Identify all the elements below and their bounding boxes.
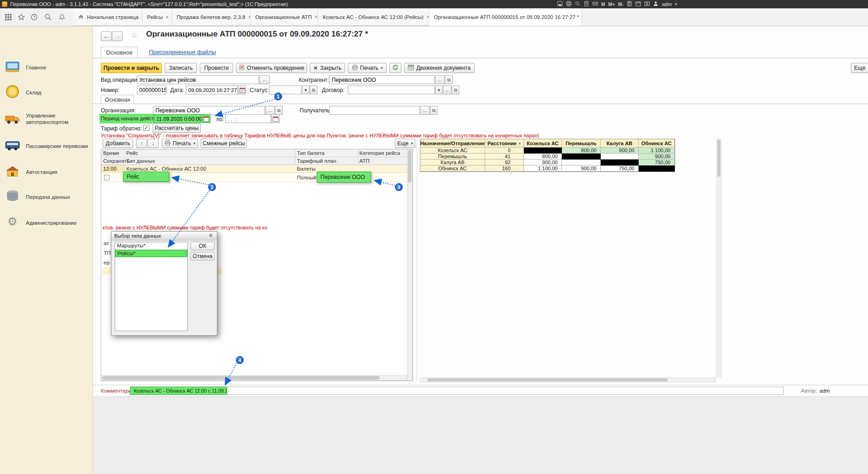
sidebar-item-administrirovanie[interactable]: ⚙ Администрирование: [0, 213, 93, 234]
dialog-title-bar[interactable]: Выбор типа данных ✕: [111, 232, 217, 240]
favorites-star-icon[interactable]: [18, 13, 25, 23]
print-button[interactable]: Печать ▾: [348, 63, 387, 73]
tariff-cell[interactable]: 800,00: [524, 154, 562, 160]
envelope-icon[interactable]: [592, 0, 598, 8]
status-input[interactable]: [269, 86, 302, 94]
operation-input[interactable]: Установка цен рейсов: [137, 75, 259, 84]
date-input[interactable]: 09.09.2020 16:27:27: [186, 86, 238, 94]
post-and-close-button[interactable]: Провести и закрыть: [101, 63, 162, 73]
sidebar-item-glavnoe[interactable]: Главное: [0, 57, 93, 79]
period-calendar-button[interactable]: [202, 114, 210, 123]
sidebar-item-peredacha-dannyh[interactable]: Передача данных: [0, 186, 93, 209]
organization-input[interactable]: Перевозчик ООО: [153, 106, 265, 115]
contract-input[interactable]: [348, 86, 435, 94]
forward-button[interactable]: →: [112, 31, 123, 41]
save-icon[interactable]: [557, 0, 563, 8]
split-view-icon[interactable]: [644, 0, 650, 8]
counterparty-input[interactable]: Перевозчик ООО: [329, 75, 435, 84]
operation-select-button[interactable]: ...: [259, 75, 270, 84]
search-icon[interactable]: [44, 13, 52, 23]
column-header[interactable]: Тарифный план: [297, 158, 336, 164]
tab-kozelsk-obninsk[interactable]: Козельск АС - Обнинск АС 12:00 (Рейсы) ×: [318, 8, 429, 26]
back-button[interactable]: ←: [101, 31, 111, 41]
memory-m-button[interactable]: M: [601, 2, 605, 7]
tariff-cell[interactable]: 900,00: [639, 154, 675, 160]
matrix-row-name[interactable]: Козельск АС: [420, 148, 485, 154]
tariff-cell[interactable]: 750,00: [601, 166, 639, 172]
cell-trip[interactable]: Козельск АС - Обнинск АС 12:00: [126, 166, 206, 172]
comment-highlight[interactable]: Козельск АС - Обнинск АС 12:00 с 11.09.2…: [130, 387, 227, 395]
grid-move-up-button[interactable]: ↑: [136, 139, 147, 148]
list-item-reisy[interactable]: Рейсы*: [115, 250, 187, 257]
tariff-cell-diagonal[interactable]: [639, 166, 675, 172]
matrix-row-name[interactable]: Обнинск АС: [420, 166, 485, 172]
sidebar-item-sklad[interactable]: Склад: [0, 82, 93, 104]
calculator-icon[interactable]: [627, 0, 632, 8]
column-header[interactable]: Рейс: [126, 150, 138, 156]
atp-cell-highlight[interactable]: Перевозчик ООО: [317, 172, 371, 183]
tab-close-icon[interactable]: ×: [314, 14, 318, 20]
dialog-close-icon[interactable]: ✕: [209, 233, 213, 239]
column-header[interactable]: Категория рейса: [359, 150, 400, 156]
tariff-cell-diagonal[interactable]: [601, 160, 639, 166]
scrollbar-thumb[interactable]: [717, 140, 720, 177]
column-header[interactable]: Сохранять: [103, 158, 129, 164]
tariff-cell[interactable]: 1 100,00: [524, 166, 562, 172]
dialog-ok-button[interactable]: ОК: [191, 242, 215, 250]
sidebar-item-upravlenie-avtotransportom[interactable]: Управление автотранспортом: [0, 108, 93, 132]
memory-mplus-button[interactable]: M+: [608, 2, 615, 7]
counterparty-select-button[interactable]: ...: [435, 75, 444, 84]
period-to-calendar-button[interactable]: [271, 114, 280, 123]
status-open-button[interactable]: ⧉: [310, 86, 317, 94]
refresh-button[interactable]: [389, 63, 401, 73]
matrix-distance[interactable]: 0: [485, 148, 524, 154]
user-icon[interactable]: [653, 0, 659, 8]
grid-move-down-button[interactable]: ↓: [148, 139, 159, 148]
print-icon[interactable]: [566, 0, 572, 8]
close-document-button[interactable]: ✕ Закрыть: [310, 63, 345, 73]
grid-more-button[interactable]: Еще ▾: [395, 139, 415, 148]
user-menu-caret-icon[interactable]: ▾: [675, 2, 677, 6]
date-calendar-button[interactable]: [238, 86, 246, 94]
favorite-star-icon[interactable]: ☆: [131, 31, 138, 40]
menu-grid-icon[interactable]: [5, 13, 12, 23]
tab-home[interactable]: Начальная страница: [73, 8, 142, 26]
tariff-cell[interactable]: 900,00: [524, 160, 562, 166]
column-header[interactable]: Тип данных: [126, 158, 155, 164]
matrix-header[interactable]: Обнинск АС: [639, 139, 675, 148]
dialog-cancel-button[interactable]: Отмена: [191, 252, 215, 260]
doc-tab-osnovnoe[interactable]: Основное: [101, 47, 138, 58]
tariff-cell[interactable]: 800,00: [562, 148, 601, 154]
tariff-cell[interactable]: [601, 154, 639, 160]
matrix-distance[interactable]: 41: [485, 154, 524, 160]
matrix-header[interactable]: Перемышль: [562, 139, 601, 148]
cell-time[interactable]: 12:00: [101, 165, 124, 173]
post-button[interactable]: Провести: [200, 63, 233, 73]
period-to-input[interactable]: . . : :: [225, 114, 271, 123]
column-header[interactable]: АТП: [359, 158, 369, 164]
tariff-cell[interactable]: 1 100,00: [639, 148, 675, 154]
user-name[interactable]: adm: [662, 1, 671, 7]
section-tab-osnovnaya[interactable]: Основная: [101, 95, 134, 104]
number-input[interactable]: 000000015: [137, 86, 166, 94]
toolbar-more-button[interactable]: Еще ▾: [851, 63, 868, 73]
calendar-icon[interactable]: [635, 0, 641, 8]
matrix-row-name[interactable]: Перемышль: [420, 154, 485, 160]
calculate-prices-button[interactable]: Рассчитать цены: [153, 123, 201, 133]
cell-ticket-type[interactable]: Билеты: [297, 166, 315, 172]
notifications-bell-icon[interactable]: [58, 13, 66, 23]
write-button[interactable]: Записать: [165, 63, 197, 73]
receiver-input[interactable]: [329, 106, 420, 115]
contract-dropdown-button[interactable]: ▾: [435, 86, 443, 94]
sidebar-item-avtostanciya[interactable]: Автостанция: [0, 161, 93, 184]
list-item-marshruty[interactable]: Маршруты*: [115, 242, 187, 250]
receiver-open-button[interactable]: ⧉: [430, 106, 437, 115]
contract-select-button[interactable]: ...: [443, 86, 451, 94]
pane-splitter[interactable]: [417, 139, 417, 382]
scrollbar-thumb[interactable]: [102, 376, 380, 380]
tariff-cell[interactable]: 900,00: [601, 148, 639, 154]
contract-open-button[interactable]: ⧉: [452, 86, 459, 94]
matrix-distance[interactable]: 92: [485, 160, 524, 166]
matrix-row-name[interactable]: Калуга АВ: [420, 160, 485, 166]
tab-org-atp-list[interactable]: Организационные АТП ×: [251, 8, 318, 26]
